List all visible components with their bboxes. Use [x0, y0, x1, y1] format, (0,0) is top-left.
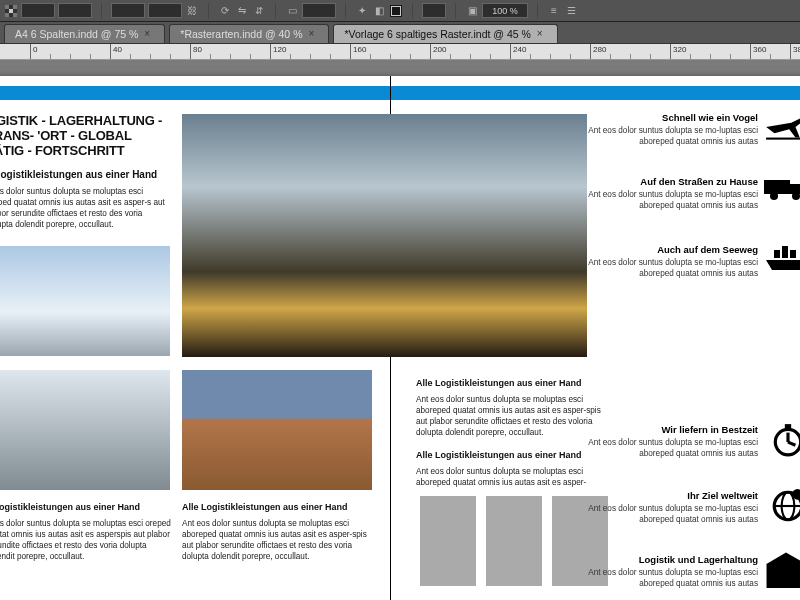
- svg-rect-12: [766, 138, 800, 140]
- separator: [537, 3, 538, 19]
- align-left-icon[interactable]: ≡: [547, 4, 561, 18]
- svg-rect-8: [13, 13, 17, 17]
- sidebar-feature[interactable]: Ihr Ziel weltweitAnt eos dolor suntus do…: [568, 490, 758, 525]
- svg-point-14: [770, 192, 778, 200]
- separator: [455, 3, 456, 19]
- svg-line-25: [788, 442, 795, 445]
- image-airplane[interactable]: [0, 246, 170, 356]
- tab-doc-1[interactable]: A4 6 Spalten.indd @ 75 %×: [4, 24, 165, 43]
- tab-doc-3[interactable]: *Vorlage 6 spaltiges Raster.indt @ 45 %×: [333, 24, 557, 43]
- image-truck[interactable]: [0, 370, 170, 490]
- svg-rect-23: [785, 424, 791, 428]
- globe-icon: [764, 488, 800, 524]
- plane-icon: [764, 110, 800, 146]
- h-field[interactable]: [148, 3, 182, 18]
- headline[interactable]: OGISTIK - LAGERHALTUNG - TRANS- 'ORT - G…: [0, 114, 166, 159]
- svg-rect-5: [13, 9, 17, 13]
- svg-rect-19: [774, 250, 780, 258]
- header-bar: [0, 86, 800, 100]
- svg-rect-13: [764, 180, 790, 194]
- ruler-tick: 40: [110, 44, 111, 60]
- body-text[interactable]: t eos dolor suntus dolupta se moluptas e…: [0, 518, 171, 562]
- tab-label: *Vorlage 6 spaltiges Raster.indt @ 45 %: [344, 28, 530, 40]
- feature-title: Ihr Ziel weltweit: [568, 490, 758, 501]
- zoom-field[interactable]: 100 %: [482, 3, 528, 18]
- svg-rect-3: [5, 9, 9, 13]
- ruler-tick: 80: [190, 44, 191, 60]
- svg-rect-6: [5, 13, 9, 17]
- transform-group: ⟳ ⇋ ⇵: [218, 4, 266, 18]
- warehouse-icon: [764, 552, 800, 588]
- rotate-icon[interactable]: ⟳: [218, 4, 232, 18]
- caption[interactable]: Alle Logistikleistungen aus einer Hand: [182, 502, 372, 512]
- separator: [412, 3, 413, 19]
- feature-title: Logistik und Lagerhaltung: [568, 554, 758, 565]
- feature-title: Wir liefern in Bestzeit: [568, 424, 758, 435]
- feature-desc: Ant eos dolor suntus dolupta se mo-lupta…: [568, 438, 758, 459]
- sidebar-feature[interactable]: Auch auf dem SeewegAnt eos dolor suntus …: [568, 244, 758, 279]
- stroke-group: ▭: [285, 3, 336, 18]
- stopwatch-icon: [764, 422, 800, 458]
- feature-title: Auf den Straßen zu Hause: [568, 176, 758, 187]
- x-field[interactable]: [21, 3, 55, 18]
- options-bar[interactable]: ⛓ ⟳ ⇋ ⇵ ▭ ✦ ◧ ▣ 100 % ≡ ☰: [0, 0, 800, 22]
- caption[interactable]: e Logistikleistungen aus einer Hand: [0, 502, 171, 512]
- separator: [345, 3, 346, 19]
- placeholder-frame[interactable]: [420, 496, 476, 586]
- document-canvas[interactable]: OGISTIK - LAGERHALTUNG - TRANS- 'ORT - G…: [0, 60, 800, 600]
- ruler-tick: 380: [790, 44, 791, 60]
- subhead[interactable]: Alle Logistikleistungen aus einer Hand: [416, 378, 612, 388]
- opacity-field[interactable]: [422, 3, 446, 18]
- svg-rect-11: [392, 7, 400, 15]
- ref-point-icon[interactable]: [4, 4, 18, 18]
- svg-rect-32: [774, 582, 797, 586]
- ruler-tick: 360: [750, 44, 751, 60]
- sidebar-feature[interactable]: Auf den Straßen zu HauseAnt eos dolor su…: [568, 176, 758, 211]
- fx-icon[interactable]: ✦: [355, 4, 369, 18]
- subhead[interactable]: e Logistikleistungen aus einer Hand: [0, 169, 166, 180]
- link-icon[interactable]: ⛓: [185, 4, 199, 18]
- svg-rect-0: [5, 5, 9, 9]
- y-field[interactable]: [58, 3, 92, 18]
- tab-doc-2[interactable]: *Rasterarten.indd @ 40 %×: [169, 24, 329, 43]
- horizontal-ruler[interactable]: 04080120160200240280320360380: [0, 44, 800, 60]
- swatch-icon[interactable]: [389, 4, 403, 18]
- align-center-icon[interactable]: ☰: [564, 4, 578, 18]
- svg-rect-21: [790, 250, 796, 258]
- feature-title: Schnell wie ein Vogel: [568, 112, 758, 123]
- separator: [275, 3, 276, 19]
- sidebar-feature[interactable]: Logistik und LagerhaltungAnt eos dolor s…: [568, 554, 758, 589]
- wrap-icon[interactable]: ◧: [372, 4, 386, 18]
- effects-group: ✦ ◧: [355, 4, 403, 18]
- sidebar-feature[interactable]: Wir liefern in BestzeitAnt eos dolor sun…: [568, 424, 758, 459]
- close-icon[interactable]: ×: [537, 29, 547, 39]
- document-tab-bar: A4 6 Spalten.indd @ 75 %× *Rasterarten.i…: [0, 22, 800, 44]
- placeholder-frame[interactable]: [486, 496, 542, 586]
- flip-h-icon[interactable]: ⇋: [235, 4, 249, 18]
- separator: [101, 3, 102, 19]
- body-text[interactable]: t eos dolor suntus dolupta se moluptas e…: [0, 186, 166, 230]
- svg-rect-7: [9, 13, 13, 17]
- svg-rect-2: [13, 5, 17, 9]
- svg-rect-20: [782, 246, 788, 258]
- feature-desc: Ant eos dolor suntus dolupta se mo-lupta…: [568, 504, 758, 525]
- stroke-weight-icon[interactable]: ▭: [285, 4, 299, 18]
- close-icon[interactable]: ×: [144, 29, 154, 39]
- sidebar-feature[interactable]: Schnell wie ein VogelAnt eos dolor suntu…: [568, 112, 758, 147]
- spread: OGISTIK - LAGERHALTUNG - TRANS- 'ORT - G…: [0, 76, 800, 600]
- body-text[interactable]: Ant eos dolor suntus dolupta se moluptas…: [416, 466, 612, 488]
- close-icon[interactable]: ×: [308, 29, 318, 39]
- tab-label: A4 6 Spalten.indd @ 75 %: [15, 28, 138, 40]
- feature-title: Auch auf dem Seeweg: [568, 244, 758, 255]
- flip-v-icon[interactable]: ⇵: [252, 4, 266, 18]
- ruler-tick: 240: [510, 44, 511, 60]
- w-field[interactable]: [111, 3, 145, 18]
- image-container-ship[interactable]: [182, 370, 372, 490]
- body-text[interactable]: Ant eos dolor suntus dolupta se moluptas…: [182, 518, 372, 562]
- stroke-field[interactable]: [302, 3, 336, 18]
- image-city-highway[interactable]: [182, 114, 587, 357]
- ruler-tick: 120: [270, 44, 271, 60]
- feature-desc: Ant eos dolor suntus dolupta se mo-lupta…: [568, 190, 758, 211]
- tab-label: *Rasterarten.indd @ 40 %: [180, 28, 302, 40]
- screen-mode-icon[interactable]: ▣: [465, 4, 479, 18]
